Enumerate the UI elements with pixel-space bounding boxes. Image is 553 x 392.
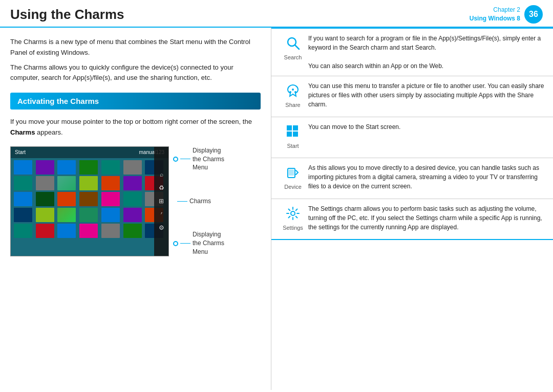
tile-30 bbox=[36, 224, 54, 238]
svg-point-11 bbox=[291, 211, 295, 215]
tile-24 bbox=[57, 208, 76, 222]
tile-25 bbox=[79, 208, 98, 222]
tile-29 bbox=[14, 224, 32, 238]
svg-point-2 bbox=[292, 89, 294, 91]
intro-paragraph1: The Charms is a new type of menu that co… bbox=[10, 37, 261, 58]
tile-26 bbox=[101, 208, 120, 222]
left-column: The Charms is a new type of menu that co… bbox=[0, 28, 271, 390]
start-charm-desc: You can move to the Start screen. bbox=[308, 122, 547, 132]
callout-dot-3 bbox=[173, 241, 178, 246]
tile-6 bbox=[123, 160, 142, 175]
callout-line-1 bbox=[180, 159, 190, 159]
callout-2: Charms bbox=[177, 197, 224, 206]
intro-paragraph2: The Charms allows you to quickly configu… bbox=[10, 62, 261, 84]
settings-charm-icon: ⚙ bbox=[157, 223, 166, 232]
tile-9 bbox=[36, 176, 54, 190]
settings-charm-name: Settings bbox=[283, 225, 303, 231]
tile-20 bbox=[123, 192, 142, 206]
settings-icon-area: Settings bbox=[278, 204, 308, 231]
tile-1 bbox=[14, 160, 32, 175]
charm-row-share: Share You can use this menu to transfer … bbox=[271, 76, 553, 117]
start-charm-symbol bbox=[284, 122, 302, 141]
tile-8 bbox=[14, 176, 32, 190]
tile-32 bbox=[79, 224, 98, 238]
device-icon-area: Device bbox=[278, 163, 308, 190]
svg-rect-5 bbox=[287, 125, 292, 130]
search-charm-symbol bbox=[284, 34, 302, 52]
callout-3: Displayingthe CharmsMenu bbox=[173, 230, 224, 256]
tile-10 bbox=[57, 176, 76, 190]
chapter-text: Chapter 2 Using Windows 8 bbox=[470, 6, 520, 23]
tile-23 bbox=[36, 208, 54, 222]
screenshot-area: Start manual123 bbox=[10, 146, 261, 256]
svg-point-4 bbox=[294, 91, 296, 93]
chapter-info: Chapter 2 Using Windows 8 36 bbox=[470, 5, 543, 24]
tile-34 bbox=[123, 224, 142, 238]
start-icon-area: Start bbox=[278, 122, 308, 149]
right-column: Search If you want to search for a progr… bbox=[271, 28, 553, 390]
svg-rect-10 bbox=[289, 169, 294, 176]
settings-charm-symbol bbox=[284, 204, 302, 223]
tile-5 bbox=[101, 160, 120, 175]
search-charm-icon: ⌕ bbox=[157, 170, 166, 179]
main-content: The Charms is a new type of menu that co… bbox=[0, 28, 553, 390]
charms-bold: Charms bbox=[10, 128, 35, 136]
svg-line-1 bbox=[295, 45, 299, 49]
tile-11 bbox=[79, 176, 98, 190]
settings-charm-desc: The Settings charm allows you to perform… bbox=[308, 204, 547, 232]
win8-taskbar: Start manual123 bbox=[11, 147, 168, 158]
start-charm-name: Start bbox=[287, 143, 299, 149]
callout-labels: Displayingthe CharmsMenu Charms Displayi… bbox=[169, 146, 224, 256]
callout-line-3 bbox=[180, 243, 190, 244]
chapter-label: Chapter 2 bbox=[470, 6, 520, 14]
win8-screenshot: Start manual123 bbox=[10, 146, 169, 256]
start-charm-icon: ⊞ bbox=[157, 197, 166, 206]
charms-sidebar-overlay: ⌕ ♻ ⊞ ⎖ ⚙ bbox=[154, 147, 168, 256]
tile-22 bbox=[14, 208, 32, 222]
charm-row-device: Device As this allows you to move direct… bbox=[271, 158, 553, 199]
device-charm-name: Device bbox=[284, 184, 302, 190]
activating-section-header: Activating the Charms bbox=[10, 93, 261, 110]
tile-15 bbox=[14, 192, 32, 206]
tile-16 bbox=[36, 192, 54, 206]
chapter-badge: 36 bbox=[524, 5, 543, 24]
page-header: Using the Charms Chapter 2 Using Windows… bbox=[0, 0, 553, 28]
tile-12 bbox=[101, 176, 120, 190]
callout-dot-1 bbox=[173, 157, 178, 162]
search-icon-area: Search bbox=[278, 34, 308, 60]
callout-text-3: Displayingthe CharmsMenu bbox=[193, 230, 224, 256]
tile-19 bbox=[101, 192, 120, 206]
tile-3 bbox=[57, 160, 76, 175]
svg-point-3 bbox=[289, 91, 291, 93]
tile-17 bbox=[57, 192, 76, 206]
charm-row-start: Start You can move to the Start screen. bbox=[271, 117, 553, 158]
tile-33 bbox=[101, 224, 120, 238]
chapter-subtitle: Using Windows 8 bbox=[470, 14, 520, 23]
share-charm-icon: ♻ bbox=[157, 183, 166, 192]
svg-rect-6 bbox=[293, 125, 298, 130]
share-charm-symbol bbox=[284, 81, 302, 100]
search-charm-name: Search bbox=[284, 54, 302, 60]
callout-text-2: Charms bbox=[189, 197, 211, 206]
device-charm-desc: As this allows you to move directly to a… bbox=[308, 163, 547, 191]
share-charm-desc: You can use this menu to transfer a pict… bbox=[308, 81, 547, 109]
tile-4 bbox=[79, 160, 98, 175]
tile-13 bbox=[123, 176, 142, 190]
tile-2 bbox=[36, 160, 54, 175]
callout-1: Displayingthe CharmsMenu bbox=[173, 146, 224, 172]
page-title: Using the Charms bbox=[10, 7, 124, 23]
svg-rect-7 bbox=[287, 132, 292, 137]
device-charm-symbol bbox=[284, 163, 302, 182]
device-charm-icon: ⎖ bbox=[157, 210, 166, 219]
activation-description: If you move your mouse pointer to the to… bbox=[10, 117, 261, 138]
tile-18 bbox=[79, 192, 98, 206]
tile-27 bbox=[123, 208, 142, 222]
share-charm-name: Share bbox=[285, 102, 300, 108]
callout-text-1: Displayingthe CharmsMenu bbox=[193, 146, 224, 172]
win8-tiles-grid bbox=[11, 158, 168, 240]
start-label: Start bbox=[15, 149, 26, 155]
search-charm-desc: If you want to search for a program or f… bbox=[308, 34, 547, 71]
tile-31 bbox=[57, 224, 76, 238]
share-icon-area: Share bbox=[278, 81, 308, 108]
charm-row-search: Search If you want to search for a progr… bbox=[271, 29, 553, 76]
